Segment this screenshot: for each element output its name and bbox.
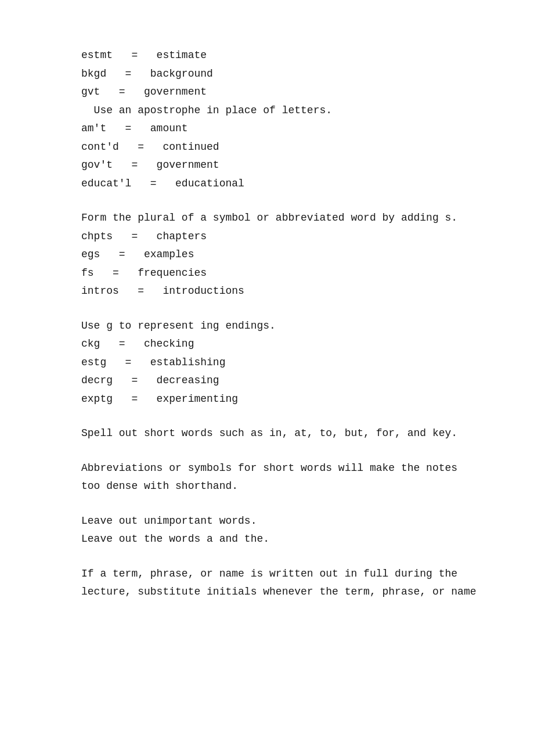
line-apostrophe-note: Use an apostrophe in place of letters. [81, 102, 453, 120]
line-decrg: decrg = decreasing [81, 372, 453, 390]
section-ing-endings: Use g to represent ing endings. ckg = ch… [81, 317, 453, 409]
line-exptg: exptg = experimenting [81, 390, 453, 409]
line-plural-rule-text: Form the plural of a symbol or abbreviat… [81, 209, 453, 228]
line-initials-rule-2: lecture, substitute initials whenever th… [81, 583, 453, 602]
line-initials-rule-1: If a term, phrase, or name is written ou… [81, 565, 453, 584]
line-ckg: ckg = checking [81, 335, 453, 354]
section-plural-rule: Form the plural of a symbol or abbreviat… [81, 209, 453, 301]
line-leave-out-1: Leave out unimportant words. [81, 512, 453, 531]
line-fs: fs = frequencies [81, 264, 453, 283]
section-short-words: Spell out short words such as in, at, to… [81, 424, 453, 443]
line-abbreviation-warning-1: Abbreviations or symbols for short words… [81, 459, 453, 478]
line-leave-out-2: Leave out the words a and the. [81, 530, 453, 549]
line-intros: intros = introductions [81, 282, 453, 301]
line-govt: gov't = government [81, 156, 453, 175]
page-content: estmt = estimate bkgd = background gvt =… [81, 46, 453, 602]
section-leave-out: Leave out unimportant words. Leave out t… [81, 512, 453, 549]
section-initials-rule: If a term, phrase, or name is written ou… [81, 565, 453, 602]
line-contd: cont'd = continued [81, 138, 453, 157]
line-abbreviation-warning-2: too dense with shorthand. [81, 477, 453, 496]
section-abbreviations-list-1: estmt = estimate bkgd = background gvt =… [81, 46, 453, 193]
line-ing-rule-text: Use g to represent ing endings. [81, 317, 453, 336]
line-egs: egs = examples [81, 246, 453, 264]
section-abbreviation-warning: Abbreviations or symbols for short words… [81, 459, 453, 496]
line-educational: educat'l = educational [81, 175, 453, 193]
line-estmt: estmt = estimate [81, 46, 453, 65]
line-estg: estg = establishing [81, 354, 453, 372]
line-bkgd: bkgd = background [81, 65, 453, 84]
line-amt: am't = amount [81, 120, 453, 138]
line-chpts: chpts = chapters [81, 228, 453, 246]
line-short-words-text: Spell out short words such as in, at, to… [81, 424, 453, 443]
line-gvt: gvt = government [81, 83, 453, 102]
